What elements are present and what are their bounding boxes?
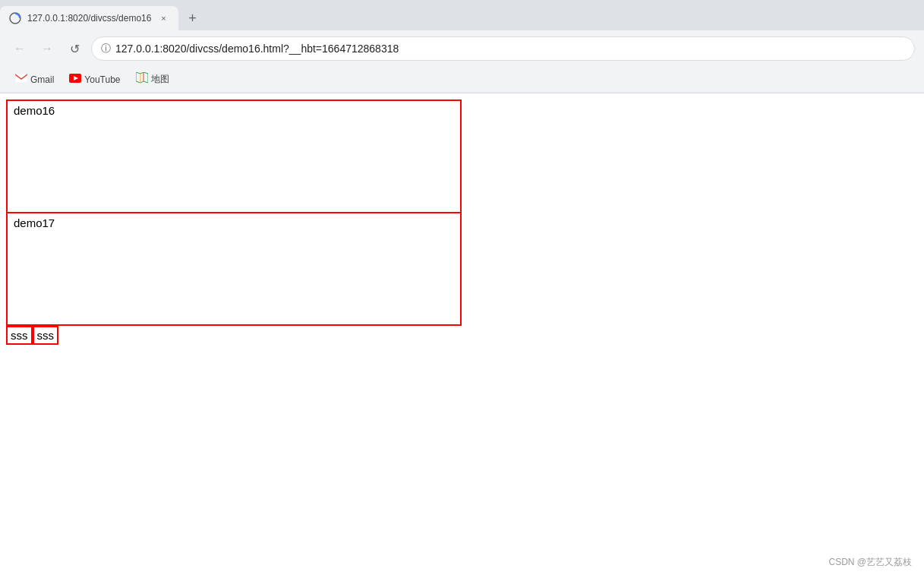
bookmarks-bar: Gmail YouTube 地图 [0,67,924,93]
browser-tab[interactable]: 127.0.0.1:8020/divcss/demo16 × [0,6,178,30]
page-content: demo16 demo17 sss sss [0,93,924,549]
sss-container: sss sss [6,326,918,345]
bookmark-maps-label: 地图 [151,73,169,86]
bookmark-maps[interactable]: 地图 [130,69,175,90]
url-bar[interactable]: ⓘ 127.0.0.1:8020/divcss/demo16.html?__hb… [91,36,915,61]
browser-chrome: 127.0.0.1:8020/divcss/demo16 × + ← → ↺ ⓘ… [0,0,924,93]
bookmark-youtube-label: YouTube [84,74,120,85]
demo16-label: demo16 [14,104,55,117]
tab-bar: 127.0.0.1:8020/divcss/demo16 × + [0,0,924,30]
svg-marker-4 [136,72,148,83]
bookmark-gmail-label: Gmail [30,74,54,85]
tab-title: 127.0.0.1:8020/divcss/demo16 [27,13,151,24]
sss-box-2: sss [33,326,59,345]
gmail-icon [15,74,27,85]
reload-button[interactable]: ↺ [64,38,85,59]
new-tab-button[interactable]: + [181,8,203,29]
maps-icon [136,72,148,87]
demo17-box: demo17 [6,212,462,326]
back-button[interactable]: ← [9,38,30,59]
tab-favicon-icon [9,12,21,24]
forward-button[interactable]: → [36,38,58,59]
sss-box-1: sss [6,326,33,345]
url-text: 127.0.0.1:8020/divcss/demo16.html?__hbt=… [115,43,399,55]
bookmark-gmail[interactable]: Gmail [9,71,60,88]
bookmark-youtube[interactable]: YouTube [63,71,126,88]
demo16-box: demo16 [6,99,462,213]
demo17-label: demo17 [14,216,55,229]
youtube-icon [69,74,81,85]
tab-close-button[interactable]: × [157,12,169,24]
svg-rect-1 [15,74,27,83]
lock-icon: ⓘ [101,42,111,55]
address-bar: ← → ↺ ⓘ 127.0.0.1:8020/divcss/demo16.htm… [0,30,924,67]
